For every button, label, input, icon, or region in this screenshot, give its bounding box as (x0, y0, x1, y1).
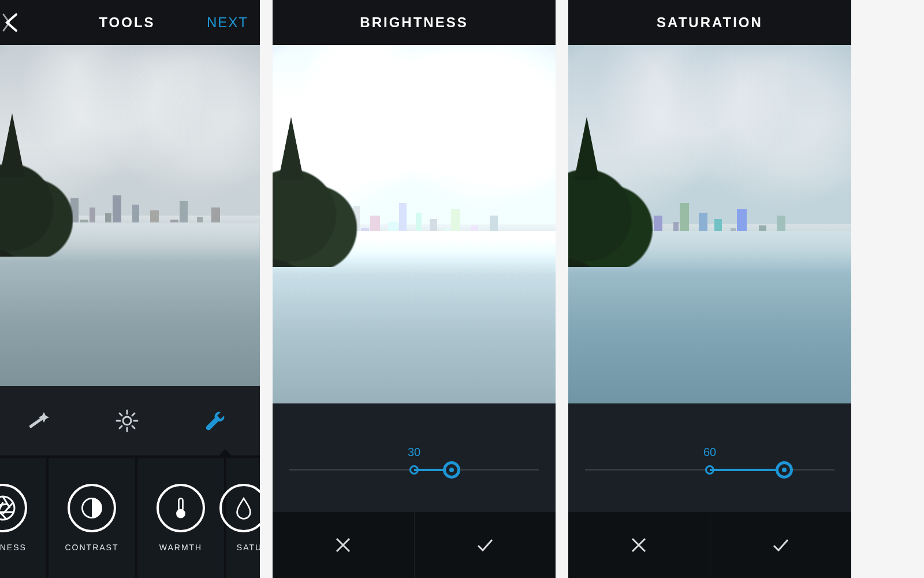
contrast-icon (68, 484, 116, 532)
svg-line-8 (120, 426, 122, 428)
tools-screen: TOOLS NEXT (0, 0, 260, 578)
svg-point-1 (123, 417, 131, 425)
photo-preview (0, 45, 260, 386)
tool-label: SATU (237, 543, 260, 552)
back-arrow-icon (1, 11, 24, 34)
screen-title: TOOLS (99, 14, 155, 31)
svg-rect-12 (178, 498, 182, 510)
edit-mode-row (0, 386, 260, 455)
cancel-button[interactable] (568, 512, 710, 578)
slider-area: 60 (568, 403, 851, 512)
brightness-icon (115, 409, 139, 433)
slider-track[interactable] (585, 469, 834, 470)
topbar: SATURATION (568, 0, 851, 45)
slider-area: 30 (273, 403, 556, 512)
slider-value: 30 (408, 446, 420, 459)
close-icon (629, 535, 649, 555)
wrench-tool[interactable] (198, 403, 233, 438)
wrench-icon (203, 409, 228, 433)
svg-line-6 (120, 413, 122, 416)
active-caret (218, 449, 232, 456)
tool-label: GHTNESS (0, 543, 27, 552)
tool-contrast[interactable]: CONTRAST (49, 458, 135, 578)
check-icon (771, 535, 791, 555)
tool-saturation[interactable]: SATU (226, 458, 260, 578)
topbar: BRIGHTNESS (273, 0, 556, 45)
next-button[interactable]: NEXT (207, 14, 248, 31)
confirm-button[interactable] (415, 512, 556, 578)
droplet-icon (219, 484, 260, 532)
svg-line-7 (132, 426, 135, 428)
saturation-screen: SATURATION 60 (568, 0, 851, 578)
thermometer-icon (157, 484, 205, 532)
photo-preview (273, 45, 556, 403)
screen-title: SATURATION (657, 14, 763, 31)
confirm-row (273, 512, 556, 578)
photo-preview (568, 45, 851, 403)
aperture-icon (0, 484, 27, 532)
tool-warmth[interactable]: WARMTH (137, 458, 224, 578)
brightness-screen: BRIGHTNESS 30 (273, 0, 556, 578)
screen-title: BRIGHTNESS (360, 14, 468, 31)
wand-icon (27, 409, 51, 433)
slider-fill (710, 469, 784, 471)
svg-point-13 (176, 509, 185, 518)
slider-handle[interactable] (776, 461, 793, 479)
brightness-tool[interactable] (110, 403, 144, 438)
close-icon (333, 535, 353, 555)
slider-value: 60 (703, 446, 716, 459)
slider-handle[interactable] (443, 461, 460, 479)
svg-line-9 (132, 413, 135, 416)
tool-label: WARMTH (159, 543, 202, 552)
confirm-button[interactable] (710, 512, 852, 578)
wand-tool[interactable] (21, 403, 56, 438)
slider-track[interactable] (289, 469, 538, 470)
back-button[interactable] (1, 11, 24, 34)
tool-brightness[interactable]: GHTNESS (0, 458, 46, 578)
tool-label: CONTRAST (65, 543, 119, 552)
check-icon (475, 535, 495, 555)
topbar: TOOLS NEXT (0, 0, 260, 45)
confirm-row (568, 512, 851, 578)
cancel-button[interactable] (273, 512, 415, 578)
tool-tiles[interactable]: GHTNESS CONTRAST WARMTH (0, 455, 260, 578)
